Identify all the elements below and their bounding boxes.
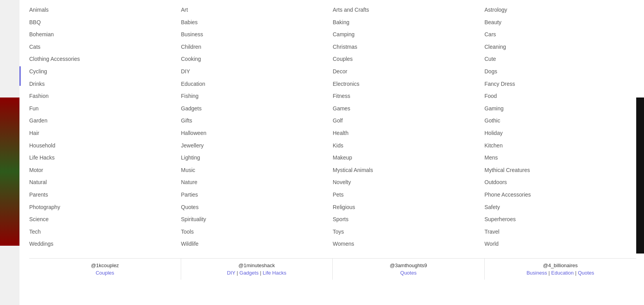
account-tag-link[interactable]: Quotes <box>578 270 594 276</box>
category-item[interactable]: Business <box>181 28 325 41</box>
category-item[interactable]: Pets <box>333 189 477 201</box>
category-item[interactable]: Christmas <box>333 41 477 53</box>
category-item[interactable]: Natural <box>29 176 173 189</box>
category-item[interactable]: Lighting <box>181 152 325 164</box>
footer-account-1: @1kcouplezCouples <box>29 259 181 280</box>
category-item[interactable]: Cleaning <box>485 41 629 53</box>
account-tags[interactable]: Quotes <box>339 270 478 276</box>
category-item[interactable]: Tech <box>29 226 173 238</box>
category-item[interactable]: Wildlife <box>181 238 325 250</box>
category-item[interactable]: Motor <box>29 164 173 177</box>
category-item[interactable]: Spirituality <box>181 213 325 226</box>
category-item[interactable]: Kids <box>333 140 477 152</box>
category-item[interactable]: Animals <box>29 4 173 16</box>
category-item[interactable]: Clothing Accessories <box>29 53 173 66</box>
category-item[interactable]: Superheroes <box>485 213 629 226</box>
category-item[interactable]: Decor <box>333 66 477 78</box>
footer-account-2: @1minuteshackDIY | Gadgets | Life Hacks <box>181 259 333 280</box>
category-item[interactable]: Mythical Creatures <box>485 164 629 177</box>
category-item[interactable]: Cars <box>485 28 629 41</box>
category-item[interactable]: Dogs <box>485 66 629 78</box>
account-tag-link[interactable]: DIY <box>227 270 235 276</box>
category-item[interactable]: Children <box>181 41 325 53</box>
category-item[interactable]: Household <box>29 140 173 152</box>
category-item[interactable]: Phone Accessories <box>485 189 629 201</box>
category-item[interactable]: Arts and Crafts <box>333 4 477 16</box>
category-item[interactable]: Mystical Animals <box>333 164 477 177</box>
category-item[interactable]: Drinks <box>29 78 173 90</box>
category-item[interactable]: Fun <box>29 103 173 115</box>
account-tag-link[interactable]: Education <box>551 270 574 276</box>
account-tags[interactable]: Business | Education | Quotes <box>490 270 631 276</box>
category-item[interactable]: Gadgets <box>181 103 325 115</box>
category-item[interactable]: Cooking <box>181 53 325 66</box>
category-item[interactable]: Fitness <box>333 90 477 103</box>
category-item[interactable]: Parties <box>181 189 325 201</box>
category-item[interactable]: Safety <box>485 201 629 214</box>
left-thumbnail <box>0 98 19 246</box>
footer-account-4: @4_billionairesBusiness | Education | Qu… <box>485 259 637 280</box>
category-item[interactable]: Astrology <box>485 4 629 16</box>
category-item[interactable]: Travel <box>485 226 629 238</box>
category-item[interactable]: Weddings <box>29 238 173 250</box>
category-item[interactable]: Beauty <box>485 16 629 29</box>
category-item[interactable]: Hair <box>29 127 173 140</box>
category-item[interactable]: Kitchen <box>485 140 629 152</box>
category-item[interactable]: Photography <box>29 201 173 214</box>
category-item[interactable]: Babies <box>181 16 325 29</box>
category-item[interactable]: Electronics <box>333 78 477 90</box>
category-item[interactable]: World <box>485 238 629 250</box>
category-item[interactable]: Fishing <box>181 90 325 103</box>
category-item[interactable]: Sports <box>333 213 477 226</box>
account-tag-link[interactable]: Quotes <box>400 270 416 276</box>
category-item[interactable]: Gaming <box>485 103 629 115</box>
category-item[interactable]: Camping <box>333 28 477 41</box>
category-item[interactable]: Cycling <box>29 66 173 78</box>
account-tag-link[interactable]: Life Hacks <box>263 270 286 276</box>
account-tag-link[interactable]: Gadgets <box>240 270 259 276</box>
category-item[interactable]: Womens <box>333 238 477 250</box>
category-item[interactable]: BBQ <box>29 16 173 29</box>
category-item[interactable]: Fancy Dress <box>485 78 629 90</box>
category-item[interactable]: Garden <box>29 115 173 127</box>
category-item[interactable]: Novelty <box>333 176 477 189</box>
category-item[interactable]: Cats <box>29 41 173 53</box>
account-tags[interactable]: Couples <box>35 270 175 276</box>
account-tag-link[interactable]: Business <box>526 270 547 276</box>
category-item[interactable]: Tools <box>181 226 325 238</box>
category-item[interactable]: Halloween <box>181 127 325 140</box>
category-item[interactable]: Toys <box>333 226 477 238</box>
category-item[interactable]: Mens <box>485 152 629 164</box>
category-item[interactable]: Gifts <box>181 115 325 127</box>
category-item[interactable]: Parents <box>29 189 173 201</box>
category-item[interactable]: Baking <box>333 16 477 29</box>
category-item[interactable]: Bohemian <box>29 28 173 41</box>
category-column-1: AnimalsBBQBohemianCatsClothing Accessori… <box>29 4 181 250</box>
page-wrapper: AnimalsBBQBohemianCatsClothing Accessori… <box>0 0 644 305</box>
category-item[interactable]: Cute <box>485 53 629 66</box>
account-handle: @3amthoughts9 <box>339 262 478 268</box>
footer-account-3: @3amthoughts9Quotes <box>333 259 485 280</box>
category-item[interactable]: Quotes <box>181 201 325 214</box>
category-item[interactable]: Makeup <box>333 152 477 164</box>
category-item[interactable]: Jewellery <box>181 140 325 152</box>
category-item[interactable]: Religious <box>333 201 477 214</box>
category-item[interactable]: Life Hacks <box>29 152 173 164</box>
category-item[interactable]: Music <box>181 164 325 177</box>
account-tag-link[interactable]: Couples <box>95 270 114 276</box>
category-item[interactable]: Fashion <box>29 90 173 103</box>
category-item[interactable]: Couples <box>333 53 477 66</box>
category-item[interactable]: Outdoors <box>485 176 629 189</box>
category-item[interactable]: Nature <box>181 176 325 189</box>
category-item[interactable]: Education <box>181 78 325 90</box>
category-item[interactable]: Golf <box>333 115 477 127</box>
account-tags[interactable]: DIY | Gadgets | Life Hacks <box>187 270 327 276</box>
category-item[interactable]: Science <box>29 213 173 226</box>
category-item[interactable]: Art <box>181 4 325 16</box>
category-item[interactable]: Food <box>485 90 629 103</box>
category-item[interactable]: Health <box>333 127 477 140</box>
category-item[interactable]: Gothic <box>485 115 629 127</box>
category-item[interactable]: Holiday <box>485 127 629 140</box>
category-item[interactable]: Games <box>333 103 477 115</box>
category-item[interactable]: DIY <box>181 66 325 78</box>
